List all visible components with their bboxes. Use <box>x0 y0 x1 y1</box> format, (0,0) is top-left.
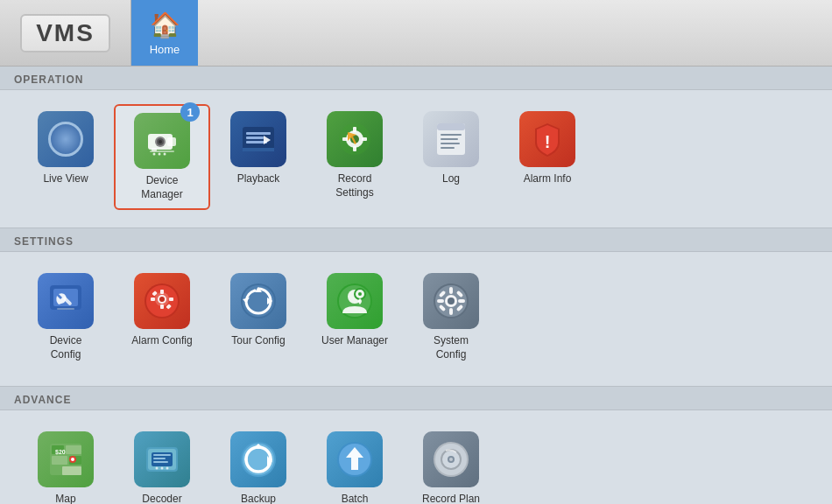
device-manager-label: DeviceManager <box>141 174 182 201</box>
tour-config-icon-img <box>230 273 286 329</box>
system-config-icon-img <box>423 273 479 329</box>
svg-rect-6 <box>150 150 174 152</box>
icon-decoder[interactable]: Decoder <box>114 424 210 504</box>
icon-device-config[interactable]: DeviceConfig <box>18 266 114 368</box>
icon-live-view[interactable]: Live View <box>18 104 114 193</box>
batch-upgrade-icon-img <box>327 431 383 487</box>
decoder-svg <box>143 440 181 479</box>
svg-rect-60 <box>449 287 453 294</box>
svg-point-9 <box>164 153 166 156</box>
playback-label: Playback <box>237 172 280 186</box>
icon-system-config[interactable]: SystemConfig <box>403 266 499 368</box>
svg-point-99 <box>449 458 453 461</box>
section-operation-content: Live View 1 <box>0 89 832 228</box>
icon-map[interactable]: $20 Map <box>18 424 114 504</box>
playback-icon-img <box>230 111 286 167</box>
section-settings-header: SETTINGS <box>0 228 832 251</box>
operation-icons-row: Live View 1 <box>18 104 814 210</box>
record-plan-svg <box>432 440 470 479</box>
section-operation-header: OPERATION <box>0 66 832 89</box>
svg-rect-11 <box>246 132 271 135</box>
map-label: Map <box>55 493 75 504</box>
record-settings-svg <box>335 120 374 158</box>
record-settings-icon-img <box>327 111 383 167</box>
svg-point-82 <box>161 467 164 470</box>
system-config-svg <box>432 282 470 320</box>
svg-point-83 <box>166 467 169 470</box>
svg-rect-34 <box>57 308 74 310</box>
svg-rect-19 <box>353 127 356 132</box>
svg-rect-61 <box>449 308 453 315</box>
record-plan-label: Record Plan <box>422 493 480 504</box>
svg-rect-28 <box>441 143 460 144</box>
home-tab-label: Home <box>150 43 180 56</box>
svg-rect-74 <box>62 466 81 475</box>
svg-point-39 <box>159 297 165 302</box>
svg-rect-27 <box>441 138 458 140</box>
svg-rect-22 <box>362 137 367 141</box>
svg-rect-86 <box>153 461 168 463</box>
svg-rect-29 <box>441 147 455 149</box>
device-manager-svg <box>143 122 181 160</box>
icon-backup[interactable]: Backup <box>210 424 307 504</box>
advance-icons-row: $20 Map <box>18 424 814 504</box>
svg-text:!: ! <box>545 132 551 151</box>
icon-alarm-info[interactable]: ! Alarm Info <box>499 104 596 193</box>
icon-tour-config[interactable]: Tour Config <box>210 266 307 355</box>
map-svg: $20 <box>46 440 85 479</box>
svg-rect-43 <box>169 298 173 301</box>
batch-upgrade-label: BatchUpgrade <box>335 493 375 504</box>
header: VMS 🏠 Home <box>0 0 832 66</box>
icon-user-manager[interactable]: User Manager <box>307 266 403 355</box>
backup-label: Backup <box>241 493 276 504</box>
batch-upgrade-svg <box>335 440 374 479</box>
svg-rect-42 <box>151 298 155 301</box>
icon-record-settings[interactable]: RecordSettings <box>307 104 403 206</box>
svg-point-81 <box>156 467 159 470</box>
backup-icon-img <box>230 431 286 487</box>
section-advance-content: $20 Map <box>0 410 832 504</box>
svg-rect-12 <box>246 136 264 139</box>
svg-rect-84 <box>153 454 171 456</box>
svg-point-77 <box>71 458 74 461</box>
device-config-label: DeviceConfig <box>50 334 82 361</box>
home-tab[interactable]: 🏠 Home <box>131 0 198 66</box>
icon-alarm-config[interactable]: Alarm Config <box>114 266 210 355</box>
tour-config-svg <box>239 282 278 320</box>
svg-rect-62 <box>437 299 444 303</box>
log-icon-img <box>423 111 479 167</box>
user-manager-icon-img <box>327 273 383 329</box>
record-settings-label: RecordSettings <box>335 172 373 200</box>
section-settings-content: DeviceConfig <box>0 251 832 387</box>
svg-point-8 <box>159 153 161 156</box>
alarm-info-icon-img: ! <box>519 111 575 167</box>
svg-rect-41 <box>160 304 164 309</box>
live-view-icon-inner <box>48 122 83 157</box>
device-config-svg <box>46 282 85 320</box>
alarm-info-svg: ! <box>528 120 567 158</box>
svg-rect-40 <box>160 290 164 294</box>
icon-record-plan[interactable]: Record Plan <box>403 424 499 504</box>
alarm-config-svg <box>143 282 181 320</box>
icon-batch-upgrade[interactable]: BatchUpgrade <box>307 424 403 504</box>
svg-rect-4 <box>167 137 176 146</box>
svg-point-59 <box>448 298 455 304</box>
icon-log[interactable]: Log <box>403 104 499 193</box>
system-config-label: SystemConfig <box>434 334 469 361</box>
svg-rect-15 <box>243 148 274 151</box>
svg-point-55 <box>358 292 362 296</box>
icon-device-manager[interactable]: 1 <box>114 104 210 210</box>
svg-point-7 <box>153 153 156 156</box>
svg-rect-73 <box>52 466 60 475</box>
section-advance-header: ADVANCE <box>0 387 832 410</box>
decoder-label: Decoder <box>142 493 181 504</box>
svg-text:$20: $20 <box>55 449 66 456</box>
alarm-config-label: Alarm Config <box>131 334 192 348</box>
settings-icons-row: DeviceConfig <box>18 266 814 368</box>
svg-point-3 <box>159 140 162 144</box>
device-manager-icon-img <box>134 113 190 169</box>
playback-svg <box>239 120 278 158</box>
svg-rect-85 <box>153 458 166 459</box>
device-manager-badge: 1 <box>180 102 200 122</box>
icon-playback[interactable]: Playback <box>210 104 307 193</box>
